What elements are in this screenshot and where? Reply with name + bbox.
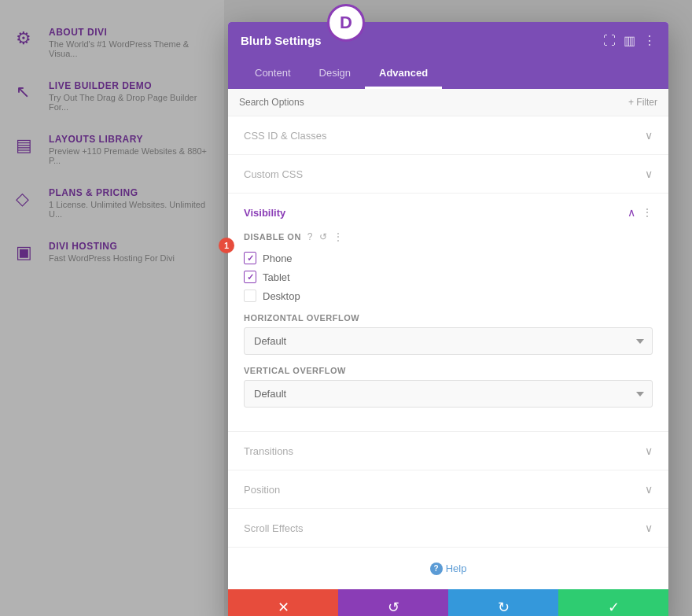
modal-tabs: Content Design Advanced (228, 59, 668, 89)
checkbox-phone: Phone (244, 252, 653, 264)
blurb-settings-modal: Blurb Settings ⛶ ▥ ⋮ Content Design Adva… (228, 22, 668, 616)
modal-footer: ✕ ↺ ↻ ✓ (228, 589, 668, 617)
section-css-id-classes: CSS ID & Classes ∨ (228, 116, 668, 155)
modal-header: Blurb Settings ⛶ ▥ ⋮ (228, 22, 668, 59)
section-visibility-header[interactable]: Visibility ∧ ⋮ (228, 194, 668, 231)
horizontal-overflow-group: Horizontal Overflow Default Visible Hidd… (244, 313, 653, 355)
tablet-checkbox[interactable] (244, 271, 256, 283)
cancel-button[interactable]: ✕ (228, 589, 338, 617)
divi-logo[interactable]: D (327, 4, 365, 42)
section-css-id-classes-header[interactable]: CSS ID & Classes ∨ (228, 116, 668, 154)
phone-checkbox[interactable] (244, 252, 256, 264)
section-scroll-effects: Scroll Effects ∨ (228, 509, 668, 548)
section-position: Position ∨ (228, 470, 668, 509)
filter-button[interactable]: + Filter (628, 97, 657, 108)
horizontal-overflow-select[interactable]: Default Visible Hidden Scroll Auto (244, 327, 653, 355)
section-transitions-header[interactable]: Transitions ∨ (228, 432, 668, 470)
phone-label: Phone (263, 253, 293, 264)
section-custom-css-title: Custom CSS (244, 168, 303, 180)
save-button[interactable]: ✓ (558, 589, 668, 617)
disable-on-label: Disable on (244, 232, 301, 242)
help-row: ? Help (228, 548, 668, 589)
chevron-down-icon: ∨ (645, 444, 653, 457)
section-visibility-title: Visibility (244, 207, 285, 219)
redo-button[interactable]: ↻ (448, 589, 558, 617)
tablet-label: Tablet (263, 271, 290, 283)
horizontal-overflow-label: Horizontal Overflow (244, 313, 653, 323)
reset-icon[interactable]: ↺ (319, 231, 327, 242)
undo-button[interactable]: ↺ (338, 589, 448, 617)
more-options-icon[interactable]: ⋮ (643, 33, 656, 48)
help-link[interactable]: ? Help (430, 563, 467, 575)
tab-advanced[interactable]: Advanced (365, 59, 442, 89)
checkbox-tablet: Tablet (244, 271, 653, 283)
section-visibility: Visibility ∧ ⋮ Disable on ? ↺ ⋮ Phone (228, 194, 668, 432)
section-css-id-classes-title: CSS ID & Classes (244, 130, 326, 142)
vertical-overflow-group: Vertical Overflow Default Visible Hidden… (244, 366, 653, 408)
section-custom-css-header[interactable]: Custom CSS ∨ (228, 155, 668, 193)
help-label: Help (446, 563, 467, 574)
columns-icon[interactable]: ▥ (624, 33, 635, 48)
more-icon[interactable]: ⋮ (642, 206, 653, 219)
checkbox-desktop: Desktop (244, 290, 653, 302)
modal-body: CSS ID & Classes ∨ Custom CSS ∨ Visibili… (228, 116, 668, 589)
section-position-title: Position (244, 484, 280, 496)
section-position-header[interactable]: Position ∨ (228, 470, 668, 508)
modal-title: Blurb Settings (241, 34, 322, 47)
section-custom-css: Custom CSS ∨ (228, 155, 668, 194)
help-icon[interactable]: ? (307, 231, 313, 242)
chevron-down-icon: ∨ (645, 129, 653, 142)
chevron-down-icon: ∨ (645, 168, 653, 180)
desktop-label: Desktop (263, 290, 300, 302)
chevron-up-icon: ∧ (628, 206, 635, 219)
modal-header-icons: ⛶ ▥ ⋮ (603, 33, 656, 48)
chevron-down-icon: ∨ (645, 522, 653, 534)
search-input[interactable] (239, 97, 628, 108)
tab-content[interactable]: Content (241, 59, 305, 89)
disable-on-row: Disable on ? ↺ ⋮ (244, 231, 653, 242)
more-options-icon[interactable]: ⋮ (333, 231, 343, 242)
section-scroll-effects-header[interactable]: Scroll Effects ∨ (228, 509, 668, 547)
chevron-down-icon: ∨ (645, 483, 653, 496)
section-transitions: Transitions ∨ (228, 432, 668, 470)
section-scroll-effects-title: Scroll Effects (244, 522, 304, 534)
notification-badge: 1 (219, 238, 234, 253)
vertical-overflow-label: Vertical Overflow (244, 366, 653, 375)
help-circle-icon: ? (430, 563, 443, 575)
tab-design[interactable]: Design (305, 59, 365, 89)
fullscreen-icon[interactable]: ⛶ (603, 34, 616, 48)
desktop-checkbox[interactable] (244, 290, 256, 302)
section-visibility-content: Disable on ? ↺ ⋮ Phone Tablet Desktop (228, 231, 668, 431)
search-bar: + Filter (228, 89, 668, 116)
section-visibility-actions: ∧ ⋮ (628, 206, 653, 219)
vertical-overflow-select[interactable]: Default Visible Hidden Scroll Auto (244, 380, 653, 408)
section-transitions-title: Transitions (244, 445, 293, 457)
